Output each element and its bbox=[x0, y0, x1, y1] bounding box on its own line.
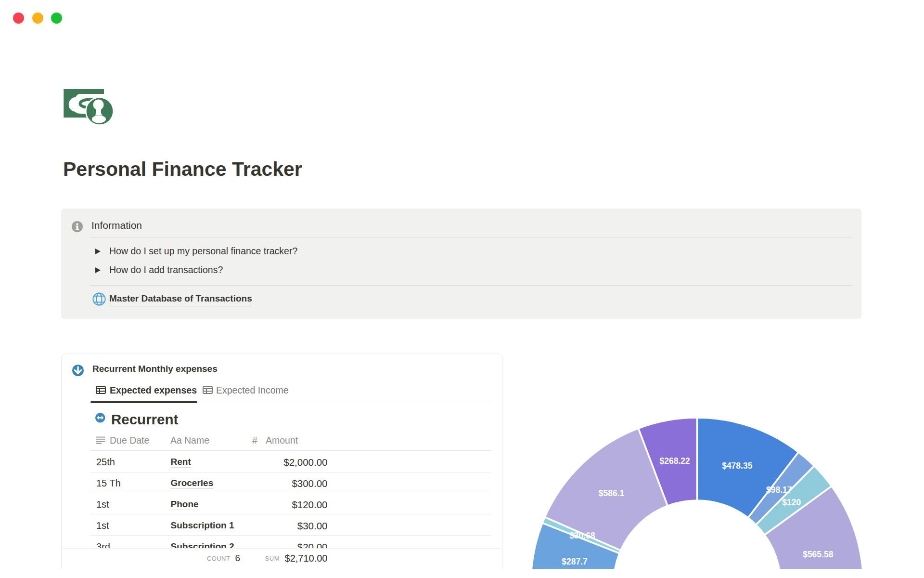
svg-text:$120: $120 bbox=[782, 498, 801, 507]
svg-text:$478.35: $478.35 bbox=[722, 461, 753, 471]
svg-text:$98.17: $98.17 bbox=[766, 485, 792, 495]
svg-text:$268.22: $268.22 bbox=[659, 456, 690, 466]
svg-text:$287.7: $287.7 bbox=[562, 557, 588, 566]
svg-text:$565.58: $565.58 bbox=[803, 550, 834, 559]
svg-text:$30.68: $30.68 bbox=[569, 531, 595, 540]
svg-text:$586.1: $586.1 bbox=[599, 488, 625, 498]
